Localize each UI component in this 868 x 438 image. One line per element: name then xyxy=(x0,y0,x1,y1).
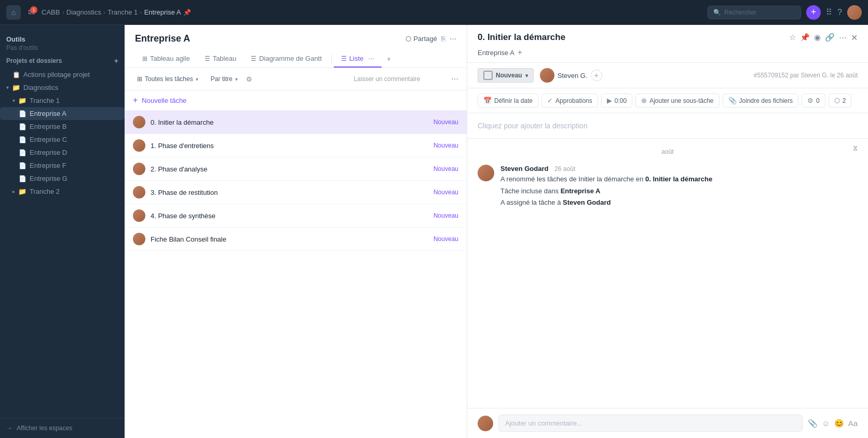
task-status-0[interactable]: Nouveau xyxy=(433,118,458,126)
sidebar-item-entreprise-b[interactable]: 📄 Entreprise B xyxy=(0,120,125,133)
entreprise-a-file-icon: 📄 xyxy=(19,110,26,117)
task-row-0[interactable]: 0. Initier la démarche Nouveau xyxy=(125,111,467,134)
detail-breadcrumb-entreprise-a[interactable]: Entreprise A xyxy=(478,49,514,57)
sidebar-item-entreprise-f[interactable]: 📄 Entreprise F xyxy=(0,159,125,172)
entreprise-d-file-icon: 📄 xyxy=(19,149,26,156)
task-status-3[interactable]: Nouveau xyxy=(433,189,458,196)
task-meta: #555709152 par Steven G. le 26 août xyxy=(754,72,858,79)
comment-input[interactable] xyxy=(498,415,803,432)
sidebar-folder-tranche1[interactable]: ▾ 📁 Tranche 1 xyxy=(0,94,125,107)
tab-tableau-agile[interactable]: ⊞ Tableau agile xyxy=(135,50,197,68)
activity-text-2: Tâche incluse dans Entreprise A xyxy=(500,186,858,196)
add-subtask-button[interactable]: ⊕ Ajouter une sous-tâche xyxy=(635,94,719,108)
more-menu-icon[interactable]: ⋯ xyxy=(450,35,456,43)
task-status-2[interactable]: Nouveau xyxy=(433,165,458,172)
relations-count: 2 xyxy=(843,97,846,104)
task-row-3[interactable]: 3. Phase de restitution Nouveau xyxy=(125,181,467,204)
comment-actions: 📎 ☺ 😊 Aa xyxy=(808,419,858,428)
detail-more-icon[interactable]: ⋯ xyxy=(839,33,847,42)
detail-actions: 📅 Définir la date ✓ Approbations ▶ 0:00 … xyxy=(467,88,868,113)
tableau-icon: ☰ xyxy=(205,55,210,62)
pin-breadcrumb-icon[interactable]: 📌 xyxy=(183,9,191,16)
status-checkbox[interactable] xyxy=(483,71,493,80)
attach-comment-icon[interactable]: 📎 xyxy=(808,419,818,428)
add-assignee-button[interactable]: + xyxy=(591,70,602,81)
define-date-button[interactable]: 📅 Définir la date xyxy=(478,94,538,108)
activity-text-3: A assigné la tâche à Steven Godard xyxy=(500,197,858,208)
timer-label: 0:00 xyxy=(615,97,627,104)
timer-button[interactable]: ▶ 0:00 xyxy=(601,94,632,108)
filter-all-tasks[interactable]: ⊞ Toutes les tâches ▾ xyxy=(133,73,202,85)
task-panel-title-row: Entreprise A ⬡ Partagé ⎘ ⋯ xyxy=(135,33,456,44)
emoji-icon[interactable]: ☺ xyxy=(822,419,830,428)
sidebar-item-entreprise-g[interactable]: 📄 Entreprise G xyxy=(0,172,125,185)
sidebar-item-entreprise-d[interactable]: 📄 Entreprise D xyxy=(0,146,125,159)
add-subtask-label: Ajouter une sous-tâche xyxy=(649,97,713,104)
new-task-row[interactable]: + Nouvelle tâche xyxy=(125,90,467,111)
sidebar-item-entreprise-c[interactable]: 📄 Entreprise C xyxy=(0,133,125,146)
task-status-5[interactable]: Nouveau xyxy=(433,235,458,243)
mail-icon[interactable]: ✉ 1 xyxy=(24,5,38,20)
toolbar-more-icon[interactable]: ⋯ xyxy=(451,75,458,83)
activity-text-1: A renommé les tâches de Initier la démar… xyxy=(500,174,858,184)
approvals-button[interactable]: ✓ Approbations xyxy=(541,94,598,108)
tools-sub: Pas d'outils xyxy=(6,44,118,51)
task-row-1[interactable]: 1. Phase d'entretiens Nouveau xyxy=(125,134,467,157)
arrow-right-icon: → xyxy=(6,424,12,432)
task-status-4[interactable]: Nouveau xyxy=(433,212,458,219)
activity-filter-icon[interactable]: ⧖ xyxy=(853,144,858,152)
link-icon[interactable]: 🔗 xyxy=(825,33,835,42)
relations-button[interactable]: ⬡ 2 xyxy=(829,94,852,108)
breadcrumb-cabb[interactable]: CABB xyxy=(42,8,60,16)
add-button[interactable]: + xyxy=(806,5,821,20)
help-icon[interactable]: ? xyxy=(837,8,842,17)
settings-icon[interactable]: ⚙ xyxy=(246,75,252,83)
liste-more-icon[interactable]: ⋯ xyxy=(368,55,374,62)
avatar[interactable] xyxy=(847,5,862,20)
tab-tableau[interactable]: ☰ Tableau xyxy=(197,50,244,68)
home-icon[interactable]: ⌂ xyxy=(6,5,21,20)
detail-breadcrumb-add-icon[interactable]: + xyxy=(518,48,522,57)
attach-files-button[interactable]: 📎 Joindre des fichiers xyxy=(723,94,798,108)
sidebar-item-entreprise-a[interactable]: 📄 Entreprise A xyxy=(0,107,125,120)
tab-liste[interactable]: ☰ Liste ⋯ xyxy=(334,50,382,68)
search-box[interactable]: 🔍 Rechercher xyxy=(708,6,801,19)
star-icon[interactable]: ☆ xyxy=(789,33,796,42)
custom-fields-button[interactable]: ⚙ 0 xyxy=(802,94,825,108)
pin-detail-icon[interactable]: 📌 xyxy=(800,33,810,42)
rss-icon[interactable]: ◉ xyxy=(814,33,821,42)
topbar-left: ⌂ ✉ 1 CABB › Diagnostics › Tranche 1 › E… xyxy=(6,5,703,20)
play-icon: ▶ xyxy=(607,97,612,104)
sidebar-item-actions-pilotage[interactable]: 📋 Actions pilotage projet xyxy=(0,68,125,81)
filter-by-title[interactable]: Par titre ▾ xyxy=(207,73,242,85)
text-format-icon[interactable]: Aa xyxy=(848,419,858,428)
breadcrumb-entreprise-a[interactable]: Entreprise A xyxy=(144,8,181,16)
share-button[interactable]: ⬡ Partagé xyxy=(405,35,437,43)
task-avatar-2 xyxy=(133,163,145,175)
define-date-label: Définir la date xyxy=(494,97,533,104)
tab-gantt[interactable]: ☰ Diagramme de Gantt xyxy=(243,50,329,68)
sidebar-folder-diagnostics[interactable]: ▾ 📁 Diagnostics xyxy=(0,81,125,94)
status-dropdown[interactable]: Nouveau ▾ xyxy=(478,68,534,83)
task-row-5[interactable]: Fiche Bilan Conseil finale Nouveau xyxy=(125,228,467,251)
detail-activity: ⧖ août Steven Godard 26 août A renommé l… xyxy=(467,139,868,408)
emoji2-icon[interactable]: 😊 xyxy=(834,419,844,428)
comment-placeholder[interactable]: Laisser un commentaire xyxy=(354,75,447,83)
close-button[interactable]: ✕ xyxy=(851,33,858,43)
show-spaces-item[interactable]: → Afficher les espaces xyxy=(6,424,118,432)
breadcrumb-tranche1[interactable]: Tranche 1 xyxy=(107,8,138,16)
task-row-4[interactable]: 4. Phase de synthèse Nouveau xyxy=(125,204,467,228)
task-name-4: 4. Phase de synthèse xyxy=(151,212,428,220)
task-row-2[interactable]: 2. Phase d'analyse Nouveau xyxy=(125,157,467,181)
copy-icon[interactable]: ⎘ xyxy=(441,35,445,43)
detail-header-top: 0. Initier la démarche ☆ 📌 ◉ 🔗 ⋯ ✕ xyxy=(478,32,858,43)
breadcrumb-diagnostics[interactable]: Diagnostics xyxy=(66,8,101,16)
tab-tableau-label: Tableau xyxy=(213,55,237,62)
task-status-1[interactable]: Nouveau xyxy=(433,142,458,149)
sidebar-folder-tranche2[interactable]: ▸ 📁 Tranche 2 xyxy=(0,185,125,198)
detail-description[interactable]: Cliquez pour ajouter la description xyxy=(467,113,868,139)
approval-icon: ✓ xyxy=(547,97,553,104)
tab-add-button[interactable]: + xyxy=(382,51,396,67)
add-project-icon[interactable]: + xyxy=(114,57,118,65)
grid-icon[interactable]: ⠿ xyxy=(826,7,832,17)
